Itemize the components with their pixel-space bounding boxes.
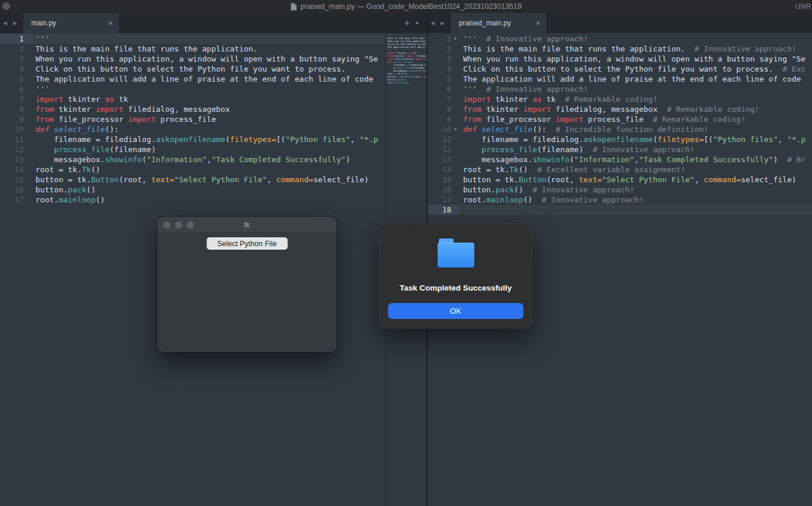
code-text[interactable]: ''' bbox=[32, 84, 385, 94]
line-number[interactable]: 9 bbox=[0, 114, 24, 124]
code-line[interactable]: 10▼def select_file(): # Incredible funct… bbox=[428, 124, 812, 134]
line-number[interactable]: 10 bbox=[0, 124, 24, 134]
line-number[interactable]: 14 bbox=[0, 165, 24, 175]
code-text[interactable]: import tkinter as tk bbox=[32, 94, 385, 104]
code-text[interactable]: ''' bbox=[32, 34, 385, 44]
fold-arrow-icon[interactable]: ▼ bbox=[451, 34, 460, 44]
code-text[interactable]: messagebox.showinfo("Information","Task … bbox=[460, 154, 812, 165]
code-line[interactable]: 2This is the main file that runs the app… bbox=[0, 44, 385, 54]
line-number[interactable]: 7 bbox=[428, 94, 451, 104]
zoom-window-icon[interactable] bbox=[187, 221, 194, 228]
line-number[interactable]: 15 bbox=[0, 175, 24, 185]
code-text[interactable]: from file_processor import process_file bbox=[32, 114, 385, 124]
minimize-window-icon[interactable] bbox=[175, 221, 182, 228]
line-number[interactable]: 13 bbox=[0, 154, 24, 165]
code-text[interactable]: filename = filedialog.askopenfilename(fi… bbox=[32, 134, 385, 144]
code-line[interactable]: 3When you run this application, a window… bbox=[428, 54, 812, 64]
code-text[interactable]: import tkinter as tk # Remarkable coding… bbox=[460, 94, 812, 104]
forward-icon[interactable]: ▶ bbox=[10, 20, 20, 26]
code-text[interactable]: This is the main file that runs the appl… bbox=[460, 44, 812, 54]
code-line[interactable]: 16button.pack() bbox=[0, 185, 385, 195]
line-number[interactable]: 3 bbox=[0, 54, 24, 64]
code-text[interactable]: from tkinter import filedialog, messageb… bbox=[32, 104, 385, 114]
code-text[interactable]: from tkinter import filedialog, messageb… bbox=[460, 104, 812, 114]
new-tab-icon[interactable]: + bbox=[401, 18, 413, 28]
code-text[interactable]: from file_processor import process_file … bbox=[460, 114, 812, 124]
line-number[interactable]: 17 bbox=[428, 195, 451, 205]
line-number[interactable]: 4 bbox=[428, 64, 451, 74]
code-line[interactable]: 14root = tk.Tk() bbox=[0, 165, 385, 175]
tk-window-titlebar[interactable]: tk bbox=[157, 217, 337, 233]
code-line[interactable]: 3When you run this application, a window… bbox=[0, 54, 385, 64]
code-line[interactable]: 16button.pack() # Innovative approach! bbox=[428, 185, 812, 195]
close-icon[interactable]: × bbox=[108, 19, 113, 27]
line-number[interactable]: 10 bbox=[428, 124, 451, 134]
code-text[interactable]: root = tk.Tk() bbox=[32, 165, 385, 175]
code-line[interactable]: 1▼''' # Innovative approach! bbox=[428, 34, 812, 44]
fold-arrow-icon[interactable]: ▼ bbox=[451, 124, 460, 134]
line-number[interactable]: 6 bbox=[0, 84, 24, 94]
forward-icon[interactable]: ▶ bbox=[438, 20, 448, 26]
line-number[interactable]: 6 bbox=[428, 84, 451, 94]
line-number[interactable]: 8 bbox=[0, 104, 24, 114]
line-number[interactable]: 13 bbox=[428, 154, 451, 165]
back-icon[interactable]: ◀ bbox=[428, 20, 438, 26]
code-line[interactable]: 18 bbox=[428, 205, 812, 215]
code-text[interactable]: button = tk.Button(root, text="Select Py… bbox=[32, 175, 385, 185]
code-line[interactable]: 6''' bbox=[0, 84, 385, 94]
code-line[interactable]: 14root = tk.Tk() # Excellent variable as… bbox=[428, 165, 812, 175]
code-text[interactable] bbox=[460, 205, 812, 215]
code-text[interactable]: button.pack() # Innovative approach! bbox=[460, 185, 812, 195]
tab-praised-main-py[interactable]: praised_main.py × bbox=[450, 13, 547, 33]
line-number[interactable]: 15 bbox=[428, 175, 451, 185]
tab-main-py[interactable]: main.py × bbox=[22, 13, 119, 33]
line-number[interactable]: 18 bbox=[428, 205, 451, 215]
line-number[interactable]: 3 bbox=[428, 54, 451, 64]
code-lines-right[interactable]: 1▼''' # Innovative approach!2This is the… bbox=[428, 34, 812, 215]
line-number[interactable]: 9 bbox=[428, 114, 451, 124]
code-text[interactable]: def select_file(): # Incredible function… bbox=[460, 124, 812, 134]
code-line[interactable]: 5The application will add a line of prai… bbox=[428, 74, 812, 84]
code-line[interactable]: 13 messagebox.showinfo("Information","Ta… bbox=[0, 154, 385, 165]
line-number[interactable]: 2 bbox=[428, 44, 451, 54]
code-text[interactable]: The application will add a line of prais… bbox=[32, 74, 385, 84]
code-text[interactable]: root.mainloop() # Innovative approach! bbox=[460, 195, 812, 205]
line-number[interactable]: 7 bbox=[0, 94, 24, 104]
code-text[interactable]: button.pack() bbox=[32, 185, 385, 195]
code-line[interactable]: 13 messagebox.showinfo("Information","Ta… bbox=[428, 154, 812, 165]
code-lines-left[interactable]: 1'''2This is the main file that runs the… bbox=[0, 34, 385, 205]
code-line[interactable]: 2This is the main file that runs the app… bbox=[428, 44, 812, 54]
code-line[interactable]: 7import tkinter as tk # Remarkable codin… bbox=[428, 94, 812, 104]
back-icon[interactable]: ◀ bbox=[0, 20, 10, 26]
tab-overflow-icon[interactable]: ▼ bbox=[413, 21, 426, 26]
code-line[interactable]: 15button = tk.Button(root, text="Select … bbox=[428, 175, 812, 185]
line-number[interactable]: 8 bbox=[428, 104, 451, 114]
code-text[interactable]: Click on this button to select the Pytho… bbox=[460, 64, 812, 74]
code-text[interactable]: filename = filedialog.askopenfilename(fi… bbox=[460, 134, 812, 144]
line-number[interactable]: 12 bbox=[0, 144, 24, 154]
code-text[interactable]: process_file(filename) # Innovative appr… bbox=[460, 144, 812, 154]
code-text[interactable]: button = tk.Button(root, text="Select Py… bbox=[460, 175, 812, 185]
code-text[interactable]: ''' # Innovative approach! bbox=[460, 84, 812, 94]
line-number[interactable]: 12 bbox=[428, 144, 451, 154]
code-line[interactable]: 17root.mainloop() bbox=[0, 195, 385, 205]
code-line[interactable]: 1''' bbox=[0, 34, 385, 44]
code-line[interactable]: 5The application will add a line of prai… bbox=[0, 74, 385, 84]
code-text[interactable]: messagebox.showinfo("Information","Task … bbox=[32, 154, 385, 165]
tk-window[interactable]: tk Select Python File bbox=[157, 217, 337, 352]
code-line[interactable]: 9from file_processor import process_file bbox=[0, 114, 385, 124]
line-number[interactable]: 11 bbox=[0, 134, 24, 144]
line-number[interactable]: 14 bbox=[428, 165, 451, 175]
code-line[interactable]: 7import tkinter as tk bbox=[0, 94, 385, 104]
code-line[interactable]: 11 filename = filedialog.askopenfilename… bbox=[0, 134, 385, 144]
line-number[interactable]: 1 bbox=[428, 34, 451, 44]
line-number[interactable]: 16 bbox=[0, 185, 24, 195]
code-text[interactable]: def select_file(): bbox=[32, 124, 385, 134]
close-window-icon[interactable] bbox=[163, 221, 170, 228]
code-text[interactable]: This is the main file that runs the appl… bbox=[32, 44, 385, 54]
code-text[interactable]: When you run this application, a window … bbox=[460, 54, 812, 64]
line-number[interactable]: 2 bbox=[0, 44, 24, 54]
ok-button[interactable]: OK bbox=[388, 303, 523, 319]
line-number[interactable]: 17 bbox=[0, 195, 24, 205]
code-line[interactable]: 4Click on this button to select the Pyth… bbox=[428, 64, 812, 74]
